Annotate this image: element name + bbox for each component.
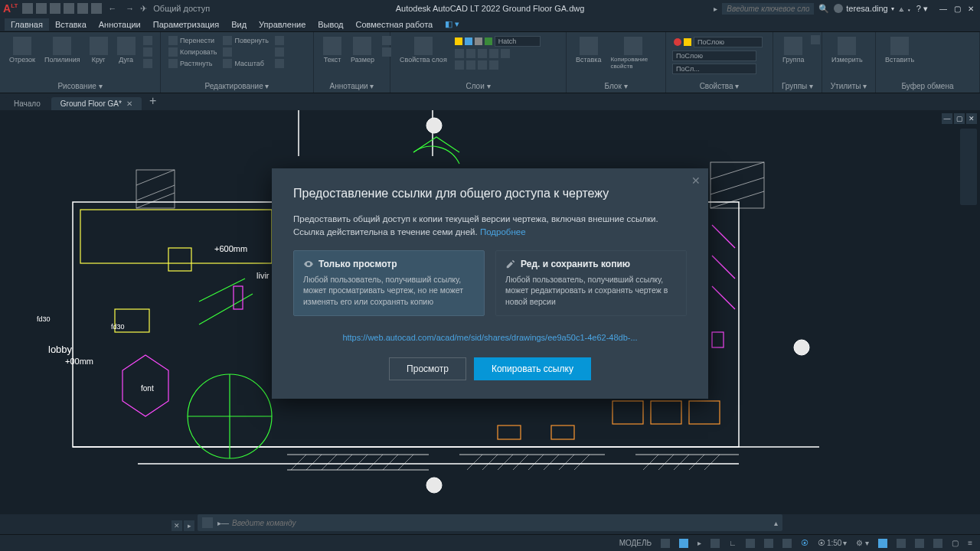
status-snap[interactable]: [676, 537, 691, 549]
status-lwt[interactable]: [761, 537, 776, 549]
command-input[interactable]: [232, 519, 774, 527]
cmd-expand[interactable]: ▸: [184, 520, 194, 531]
command-line[interactable]: ▸— ▴: [198, 514, 782, 531]
tool-paste[interactable]: Вставить: [882, 35, 917, 65]
save-icon[interactable]: [50, 3, 60, 14]
viewport-minimize[interactable]: —: [942, 113, 952, 124]
status-units[interactable]: [893, 537, 909, 549]
tool-polyline[interactable]: Полилиния: [41, 35, 83, 65]
tool-small2[interactable]: [142, 47, 154, 57]
new-icon[interactable]: [22, 3, 33, 14]
status-polar[interactable]: [707, 537, 723, 549]
tool-small1[interactable]: [142, 35, 154, 46]
redo-icon[interactable]: →: [122, 4, 137, 13]
layer-tool7[interactable]: [466, 60, 475, 70]
panel-groups-label[interactable]: Группы ▾: [778, 81, 817, 91]
panel-draw-label[interactable]: Рисование ▾: [5, 81, 155, 91]
panel-layers-label[interactable]: Слои ▾: [395, 81, 561, 91]
tool-fillet[interactable]: [273, 47, 286, 57]
nav-bar[interactable]: [960, 129, 977, 205]
viewport-maximize[interactable]: ▢: [954, 113, 965, 124]
tool-dim[interactable]: Размер: [348, 35, 377, 65]
open-icon[interactable]: [36, 3, 47, 14]
viewport-close[interactable]: ✕: [966, 113, 977, 124]
layer-tool3[interactable]: [478, 49, 487, 58]
menu-parametric[interactable]: Параметризация: [147, 18, 225, 31]
maximize-button[interactable]: ▢: [951, 3, 963, 14]
tool-matchprops[interactable]: Копирование свойств: [607, 35, 659, 71]
close-button[interactable]: ✕: [965, 3, 977, 14]
tool-array[interactable]: [273, 58, 286, 69]
menu-home[interactable]: Главная: [5, 18, 49, 31]
search-icon[interactable]: 🔍: [818, 4, 829, 14]
tool-layerprops[interactable]: Свойства слоя: [397, 35, 450, 65]
status-qp[interactable]: [912, 537, 927, 549]
tool-measure[interactable]: Измерить: [828, 35, 866, 65]
layer-tool5[interactable]: [501, 49, 510, 58]
menu-output[interactable]: Вывод: [312, 18, 349, 31]
tab-start[interactable]: Начало: [5, 97, 50, 110]
arrow-icon[interactable]: ▸: [714, 5, 717, 13]
status-scale[interactable]: ⦿ 1:50 ▾: [815, 537, 850, 549]
undo-icon[interactable]: ←: [105, 4, 119, 13]
status-wsswitch[interactable]: ⚙ ▾: [853, 537, 872, 549]
layer-select[interactable]: [495, 36, 541, 47]
user-menu[interactable]: teresa.ding ▾: [834, 4, 893, 13]
panel-block-label[interactable]: Блок ▾: [571, 81, 661, 91]
saveas-icon[interactable]: [64, 3, 74, 14]
tool-text[interactable]: Текст: [320, 35, 345, 65]
menu-annotate[interactable]: Аннотации: [93, 18, 147, 31]
status-annoscale[interactable]: ⦿: [798, 537, 812, 549]
tool-copy[interactable]: Копировать: [167, 47, 218, 57]
tool-circle[interactable]: Круг: [87, 35, 111, 65]
minimize-button[interactable]: —: [937, 3, 949, 14]
tool-arc[interactable]: Дуга: [114, 35, 139, 65]
add-tab-button[interactable]: +: [143, 92, 162, 110]
status-otrack[interactable]: [743, 537, 758, 549]
webmobile-icon[interactable]: [77, 3, 88, 14]
tool-move[interactable]: Перенести: [167, 35, 218, 46]
status-model[interactable]: МОДЕЛЬ: [616, 537, 655, 549]
layer-tool8[interactable]: [478, 60, 487, 70]
share-url-link[interactable]: https://web.autocad.com/acad/me/sid/shar…: [342, 333, 637, 342]
status-isolate[interactable]: [930, 537, 946, 549]
group-small[interactable]: [811, 35, 820, 44]
share-arrow-icon[interactable]: ✈: [140, 4, 147, 14]
panel-props-label[interactable]: Свойства ▾: [671, 81, 768, 91]
panel-utils-label[interactable]: Утилиты ▾: [827, 81, 871, 91]
layer-dropdown[interactable]: [453, 35, 560, 47]
copy-link-button[interactable]: Копировать ссылку: [474, 357, 591, 380]
layer-tool2[interactable]: [466, 49, 475, 58]
status-customize[interactable]: ≡: [965, 537, 975, 549]
menu-collaborate[interactable]: Совместная работа: [350, 18, 439, 31]
cmd-close[interactable]: ✕: [172, 520, 182, 531]
tool-trim[interactable]: [273, 35, 286, 46]
tool-insert[interactable]: Вставка: [573, 35, 604, 65]
preview-button[interactable]: Просмотр: [389, 357, 466, 380]
tool-rotate[interactable]: Повернуть: [221, 35, 270, 46]
menu-view[interactable]: Вид: [225, 18, 253, 31]
option-view-only[interactable]: Только просмотр Любой пользователь, полу…: [293, 250, 485, 316]
featured-apps-icon[interactable]: ◧ ▾: [445, 19, 459, 29]
status-ortho[interactable]: ▸: [694, 537, 704, 549]
layer-tool4[interactable]: [489, 49, 498, 58]
tool-mirror[interactable]: [221, 47, 270, 57]
panel-anno-label[interactable]: Аннотации ▾: [318, 81, 385, 91]
dialog-close-button[interactable]: ✕: [691, 174, 701, 187]
status-grid[interactable]: [658, 537, 673, 549]
status-annomonitor[interactable]: [875, 537, 890, 549]
layer-tool9[interactable]: [489, 60, 498, 70]
layer-tool6[interactable]: [455, 60, 464, 70]
layer-tool1[interactable]: [455, 49, 464, 58]
tool-scale[interactable]: Масштаб: [221, 58, 270, 69]
status-osnap[interactable]: ∟: [726, 537, 740, 549]
tool-group[interactable]: Группа: [779, 35, 808, 65]
option-edit-copy[interactable]: Ред. и сохранить копию Любой пользовател…: [495, 250, 687, 316]
plot-icon[interactable]: [91, 3, 102, 14]
menu-manage[interactable]: Управление: [253, 18, 312, 31]
color-select-row[interactable]: [672, 35, 766, 49]
tool-stretch[interactable]: Растянуть: [167, 58, 218, 69]
tab-current[interactable]: Ground Floor GA*✕: [51, 97, 142, 110]
lineweight-select[interactable]: [672, 51, 756, 61]
menu-insert[interactable]: Вставка: [49, 18, 93, 31]
